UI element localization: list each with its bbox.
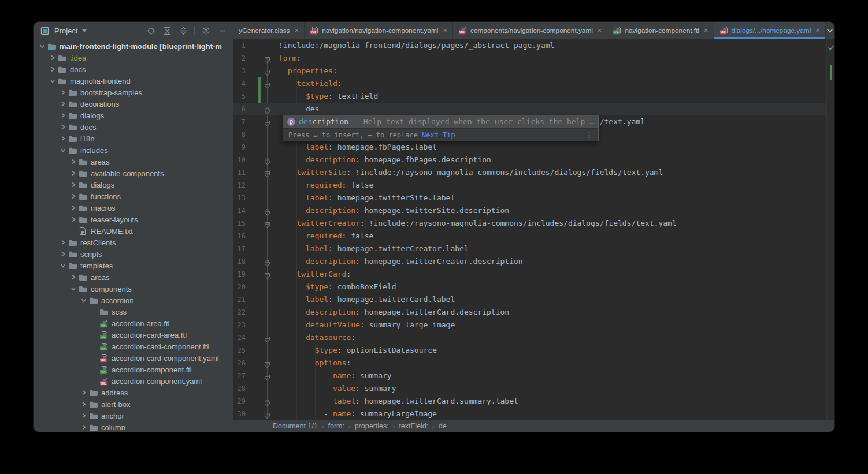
code-line-30[interactable]: 30 - name: summaryLargeImage bbox=[233, 408, 826, 419]
tree-item-accordion-area.ftl[interactable]: <>accordion-area.ftl bbox=[34, 318, 233, 329]
project-view-dropdown-icon[interactable] bbox=[82, 29, 87, 32]
tree-item-docs[interactable]: docs bbox=[34, 121, 233, 133]
code-line-15[interactable]: 15 twitterCreator: !include:/raysono-mag… bbox=[233, 217, 826, 230]
code-line-10[interactable]: 10 description: homepage.fbPages.descrip… bbox=[233, 154, 826, 166]
tree-item-accordion[interactable]: accordion bbox=[34, 294, 233, 306]
close-tab-icon[interactable]: × bbox=[704, 27, 709, 34]
tree-item-macros[interactable]: macros bbox=[34, 202, 233, 214]
chevron-right-icon[interactable] bbox=[58, 239, 68, 246]
tree-item-restClients[interactable]: restClients bbox=[34, 237, 233, 248]
chevron-right-icon[interactable] bbox=[68, 158, 79, 165]
expand-all-icon[interactable] bbox=[177, 24, 190, 37]
chevron-right-icon[interactable] bbox=[58, 251, 68, 257]
settings-gear-icon[interactable] bbox=[199, 24, 212, 37]
chevron-right-icon[interactable] bbox=[58, 89, 68, 96]
yaml-structure-marker-icon[interactable] bbox=[264, 410, 270, 419]
tree-item-main-frontend-light-module[interactable]: main-frontend-light-module [blueprint-li… bbox=[34, 40, 233, 52]
tree-item-teaser-layouts[interactable]: teaser-layouts bbox=[34, 214, 233, 225]
editor-tab-navigation-navigation-component.yaml[interactable]: YMLnavigation/navigation-component.yaml× bbox=[305, 22, 453, 39]
tree-item-accordion-component.ftl[interactable]: <>accordion-component.ftl bbox=[34, 364, 233, 375]
chevron-down-icon[interactable] bbox=[58, 262, 68, 269]
code-line-19[interactable]: 19 twitterCard: bbox=[233, 268, 826, 281]
code-line-24[interactable]: 24 datasource: bbox=[233, 331, 826, 344]
code-line-29[interactable]: 29 label: homepage.twitterCard.summary.l… bbox=[233, 395, 826, 408]
close-tab-icon[interactable]: × bbox=[815, 27, 820, 34]
tree-item-available-components[interactable]: available-components bbox=[34, 167, 233, 179]
editor-scrollbar[interactable] bbox=[826, 39, 834, 419]
tree-item-accordion-component.yaml[interactable]: YMLaccordion-component.yaml bbox=[34, 375, 233, 387]
tree-item-address[interactable]: address bbox=[34, 387, 233, 398]
chevron-right-icon[interactable] bbox=[79, 401, 89, 408]
code-line-11[interactable]: 11 twitterSite: !include:/raysono-magnol… bbox=[233, 166, 826, 179]
hide-tool-window-icon[interactable] bbox=[216, 24, 228, 37]
tree-item-README.txt[interactable]: README.txt bbox=[34, 225, 233, 237]
code-line-6[interactable]: 6 des bbox=[233, 103, 826, 115]
code-line-25[interactable]: 25 $type: optionListDatasource bbox=[233, 344, 826, 357]
editor-tab-navigation-component.ftl[interactable]: <>navigation-component.ftl× bbox=[607, 22, 714, 39]
select-opened-file-icon[interactable] bbox=[144, 24, 157, 37]
tree-item-alert-box[interactable]: alert-box bbox=[34, 398, 233, 410]
code-line-22[interactable]: 22 description: homepage.twitterCard.des… bbox=[233, 306, 826, 319]
chevron-right-icon[interactable] bbox=[58, 112, 68, 119]
editor-tab-components-navigation-component.yaml[interactable]: YMLcomponents/navigation-component.yaml× bbox=[453, 22, 607, 39]
chevron-right-icon[interactable] bbox=[68, 216, 79, 223]
tree-item-functions[interactable]: functions bbox=[34, 191, 233, 202]
tree-item-scss[interactable]: scss bbox=[34, 306, 233, 318]
collapse-all-icon[interactable] bbox=[161, 24, 173, 37]
chevron-down-icon[interactable] bbox=[37, 43, 47, 50]
tree-item-docs[interactable]: docs bbox=[34, 64, 233, 75]
inspection-ok-check-icon[interactable] bbox=[828, 42, 834, 55]
code-line-3[interactable]: 3 properties: bbox=[233, 65, 826, 77]
chevron-down-icon[interactable] bbox=[68, 285, 79, 292]
breadcrumb-item[interactable]: properties: bbox=[355, 422, 389, 430]
chevron-down-icon[interactable] bbox=[79, 297, 89, 304]
tree-item-dialogs[interactable]: dialogs bbox=[34, 179, 233, 191]
code-line-23[interactable]: 23 defaultValue: summary_large_image bbox=[233, 319, 826, 331]
editor-tab-yGenerator.class[interactable]: yGenerator.class× bbox=[233, 22, 305, 39]
editor-tab-dialogs-...-homepage.yaml[interactable]: YMLdialogs/.../homepage.yaml× bbox=[714, 22, 826, 39]
close-tab-icon[interactable]: × bbox=[295, 27, 299, 34]
chevron-right-icon[interactable] bbox=[68, 181, 79, 188]
code-line-5[interactable]: 5 $type: textField bbox=[233, 90, 826, 103]
code-line-1[interactable]: 1!include:/magnolia-frontend/dialogs/pag… bbox=[233, 39, 826, 52]
tree-item-column[interactable]: column bbox=[34, 421, 233, 432]
chevron-right-icon[interactable] bbox=[68, 274, 79, 281]
code-line-17[interactable]: 17 label: homepage.twitterCreator.label bbox=[233, 242, 826, 255]
tree-item-accordion-card-area.ftl[interactable]: <>accordion-card-area.ftl bbox=[34, 329, 233, 341]
chevron-right-icon[interactable] bbox=[68, 204, 79, 211]
chevron-right-icon[interactable] bbox=[68, 193, 79, 200]
code-line-21[interactable]: 21 label: homepage.twitterCard.label bbox=[233, 293, 826, 306]
completion-item-description[interactable]: p description Help text displayed when t… bbox=[283, 115, 598, 128]
tree-item-accordion-card-component.ftl[interactable]: <>accordion-card-component.ftl bbox=[34, 341, 233, 352]
code-line-26[interactable]: 26 options: bbox=[233, 357, 826, 370]
chevron-right-icon[interactable] bbox=[58, 124, 68, 130]
tree-item-magnolia-frontend[interactable]: magnolia-frontend bbox=[34, 75, 233, 87]
chevron-down-icon[interactable] bbox=[47, 77, 58, 84]
chevron-right-icon[interactable] bbox=[47, 66, 58, 73]
close-tab-icon[interactable]: × bbox=[598, 27, 602, 34]
code-line-16[interactable]: 16 required: false bbox=[233, 230, 826, 242]
tree-item-anchor[interactable]: anchor bbox=[34, 410, 233, 421]
tree-item-dialogs[interactable]: dialogs bbox=[34, 110, 233, 121]
breadcrumb-item[interactable]: form: bbox=[328, 422, 344, 430]
code-line-9[interactable]: 9 label: homepage.fbPages.label bbox=[233, 141, 826, 154]
code-line-14[interactable]: 14 description: homepage.twitterSite.des… bbox=[233, 204, 826, 217]
tree-item-bootstrap-samples[interactable]: bootstrap-samples bbox=[34, 87, 233, 98]
close-tab-icon[interactable]: × bbox=[443, 27, 447, 34]
code-line-2[interactable]: 2form: bbox=[233, 52, 826, 65]
breadcrumb-item[interactable]: textField: bbox=[399, 422, 428, 430]
tree-item-components[interactable]: components bbox=[34, 283, 233, 294]
tree-item-decorations[interactable]: decorations bbox=[34, 98, 233, 110]
breadcrumb-item[interactable]: Document 1/1 bbox=[273, 422, 318, 430]
chevron-right-icon[interactable] bbox=[79, 424, 89, 431]
tree-item-includes[interactable]: includes bbox=[34, 144, 233, 156]
chevron-right-icon[interactable] bbox=[58, 100, 68, 107]
more-options-icon[interactable]: ⋮ bbox=[585, 129, 593, 141]
code-line-20[interactable]: 20 $type: comboBoxField bbox=[233, 281, 826, 293]
tree-item-accordion-card-component.yaml[interactable]: YMLaccordion-card-component.yaml bbox=[34, 352, 233, 364]
tree-item-i18n[interactable]: i18n bbox=[34, 133, 233, 144]
chevron-right-icon[interactable] bbox=[79, 389, 89, 396]
chevron-right-icon[interactable] bbox=[79, 412, 89, 419]
chevron-right-icon[interactable] bbox=[68, 170, 79, 177]
tree-item-areas[interactable]: areas bbox=[34, 271, 233, 283]
